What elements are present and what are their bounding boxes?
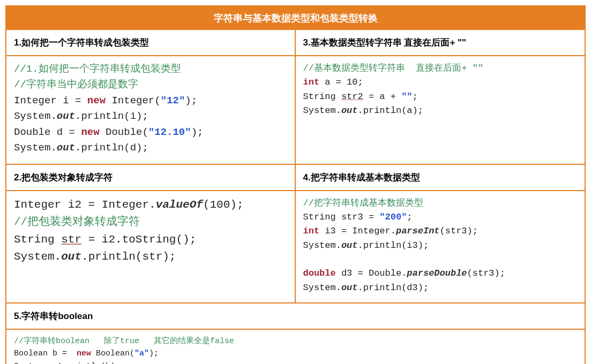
section-3-heading: 3.基本数据类型转字符串 直接在后面+ "" xyxy=(296,30,585,56)
code-text: .println(i3); xyxy=(358,240,429,251)
code-text: System. xyxy=(303,105,341,116)
code-text: System. xyxy=(303,240,341,251)
keyword: double xyxy=(303,268,336,278)
document-title: 字符串与基本数据类型和包装类型转换 xyxy=(6,6,585,30)
content-grid: 1.如何把一个字符串转成包装类型 //1.如何把一个字符串转成包装类型 //字符… xyxy=(6,30,585,364)
keyword: int xyxy=(303,77,320,87)
code-text: .println(a); xyxy=(358,105,423,116)
keyword: new xyxy=(81,126,99,138)
section-3-code: //基本数据类型转字符串 直接在后面+ "" int a = 10; Strin… xyxy=(296,56,585,125)
code-text: System. xyxy=(14,251,61,263)
section-1-code: //1.如何把一个字符串转成包装类型 //字符串当中必须都是数字 Integer… xyxy=(6,56,295,164)
comment: //字符串转boolean 除了true 其它的结果全是false xyxy=(14,337,234,346)
code-text: Boolean( xyxy=(91,349,134,358)
code-text: ); xyxy=(191,126,204,138)
code-text: .println(b); xyxy=(62,362,120,364)
static-field: out xyxy=(341,240,358,251)
keyword: new xyxy=(87,95,106,107)
static-method: valueOf xyxy=(156,199,203,211)
document-frame: 字符串与基本数据类型和包装类型转换 1.如何把一个字符串转成包装类型 //1.如… xyxy=(5,5,586,364)
section-5-heading: 5.字符串转boolean xyxy=(6,304,585,330)
string-literal: "12.10" xyxy=(148,126,191,138)
code-text: Integer i = xyxy=(14,95,87,107)
code-text: Boolean b = xyxy=(14,349,77,358)
static-field: out xyxy=(61,251,81,263)
code-text: d3 = Double. xyxy=(336,268,407,278)
code-text: .println(str); xyxy=(81,251,176,263)
section-3: 3.基本数据类型转字符串 直接在后面+ "" //基本数据类型转字符串 直接在后… xyxy=(296,30,585,165)
section-2-heading: 2.把包装类对象转成字符 xyxy=(6,165,295,191)
code-text: .println(d); xyxy=(75,142,148,154)
code-text: ); xyxy=(149,349,159,358)
static-field: out xyxy=(48,362,62,364)
code-text: .println(d3); xyxy=(358,283,429,293)
code-text: = a + xyxy=(363,92,401,102)
static-field: out xyxy=(57,110,75,122)
code-text: Double d = xyxy=(14,126,81,138)
blank-line xyxy=(303,254,309,264)
keyword: new xyxy=(77,349,91,358)
section-4-code: //把字符串转成基本数据类型 String str3 = "200"; int … xyxy=(296,191,585,302)
code-text: (str3); xyxy=(440,226,478,236)
section-2: 2.把包装类对象转成字符 Integer i2 = Integer.valueO… xyxy=(6,165,296,304)
keyword: int xyxy=(303,226,320,236)
code-text: System. xyxy=(14,110,57,122)
string-literal: "a" xyxy=(134,349,149,358)
static-field: out xyxy=(341,105,358,116)
code-text: System. xyxy=(303,283,341,293)
section-1: 1.如何把一个字符串转成包装类型 //1.如何把一个字符串转成包装类型 //字符… xyxy=(6,30,296,165)
section-5-code: //字符串转boolean 除了true 其它的结果全是false Boolea… xyxy=(6,330,585,364)
code-text: Integer i2 = Integer. xyxy=(14,199,156,211)
section-2-code: Integer i2 = Integer.valueOf(100); //把包装… xyxy=(6,191,295,274)
section-5: 5.字符串转boolean //字符串转boolean 除了true 其它的结果… xyxy=(6,304,585,364)
string-literal: "" xyxy=(401,92,412,102)
code-text: Double( xyxy=(100,126,148,138)
warning-underline: str2 xyxy=(341,92,363,102)
static-field: out xyxy=(57,142,75,154)
code-text: System. xyxy=(14,362,48,364)
code-text: String str3 = xyxy=(303,212,380,222)
code-text: System. xyxy=(14,142,57,154)
static-method: parseDouble xyxy=(407,268,467,278)
comment: //基本数据类型转字符串 直接在后面+ "" xyxy=(303,63,484,73)
static-field: out xyxy=(341,283,358,293)
section-1-heading: 1.如何把一个字符串转成包装类型 xyxy=(6,30,295,56)
string-literal: "200" xyxy=(379,212,407,222)
code-text: Integer( xyxy=(106,95,161,107)
code-text: = i2.toString(); xyxy=(81,233,196,246)
code-text: a = 10; xyxy=(319,77,363,87)
code-text: String xyxy=(303,92,341,102)
code-text: ); xyxy=(185,95,197,107)
comment: //把字符串转成基本数据类型 xyxy=(303,198,423,208)
code-text: i3 = Integer. xyxy=(319,226,396,236)
code-text: (100); xyxy=(203,199,244,211)
comment: //把包装类对象转成字符 xyxy=(14,216,140,228)
code-text: ; xyxy=(407,212,412,222)
comment: //字符串当中必须都是数字 xyxy=(14,79,138,90)
code-text: (str3); xyxy=(467,268,505,278)
static-method: parseInt xyxy=(396,226,440,236)
section-4-heading: 4.把字符串转成基本数据类型 xyxy=(296,165,585,191)
comment: //1.如何把一个字符串转成包装类型 xyxy=(14,63,181,75)
code-text: ; xyxy=(413,92,418,102)
code-text: String xyxy=(14,233,61,246)
code-text: .println(i); xyxy=(75,110,148,122)
string-literal: "12" xyxy=(161,95,185,107)
section-4: 4.把字符串转成基本数据类型 //把字符串转成基本数据类型 String str… xyxy=(296,165,585,304)
warning-underline: str xyxy=(61,233,81,246)
